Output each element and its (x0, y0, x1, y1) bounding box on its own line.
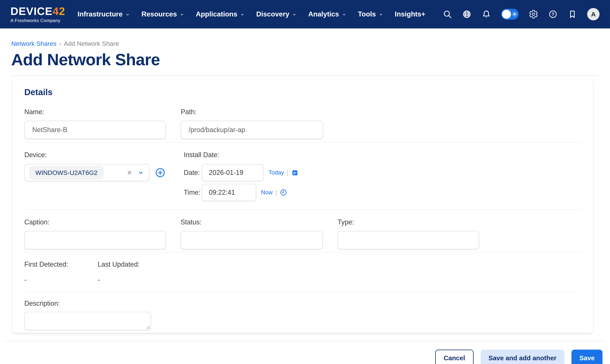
brand-logo[interactable]: DEVICE42 A Freshworks Company (11, 6, 65, 23)
menu-item-infrastructure[interactable]: Infrastructure (77, 10, 130, 18)
menu-item-applications[interactable]: Applications (196, 10, 245, 18)
clock-icon[interactable] (280, 189, 287, 196)
topbar-actions: ? A (443, 8, 599, 20)
date-row: Date: Today | (184, 164, 581, 181)
calendar-icon[interactable] (291, 169, 299, 176)
menu-label: Applications (196, 10, 237, 18)
today-link[interactable]: Today (268, 169, 284, 176)
description-textarea[interactable] (24, 312, 151, 330)
user-avatar[interactable]: A (587, 8, 599, 20)
menu-label: Tools (358, 10, 376, 18)
time-label: Time: (184, 189, 202, 196)
menu-item-insights[interactable]: Insights+ (395, 10, 425, 18)
chevron-down-icon (125, 12, 130, 17)
date-quick-actions: Today | (268, 169, 299, 176)
title-divider (11, 76, 599, 76)
status-input[interactable] (180, 231, 323, 249)
theme-toggle[interactable] (501, 9, 519, 20)
device-label: Device: (24, 151, 184, 159)
divider (24, 291, 581, 292)
row-name-path: Name: Path: (24, 108, 581, 139)
add-device-button[interactable] (155, 168, 166, 178)
first-detected-value: - (24, 276, 98, 284)
field-path: Path: (181, 108, 323, 139)
menu-label: Infrastructure (77, 10, 123, 18)
menu-item-tools[interactable]: Tools (358, 10, 383, 18)
breadcrumb-link-network-shares[interactable]: Network Shares (11, 40, 56, 47)
main-content: Network Shares › Add Network Share Add N… (0, 28, 610, 364)
divider (24, 209, 581, 210)
name-label: Name: (24, 108, 166, 116)
date-label: Date: (184, 169, 202, 177)
row-device-install: Device: WINDOWS-U2AT6G2 (24, 151, 581, 201)
chevron-down-icon (379, 12, 383, 17)
details-card: Details Name: Path: Device: WINDOWS-U2AT… (12, 78, 594, 333)
row-detected-updated: First Detected: - Last Updated: - (24, 260, 581, 284)
menu-label: Discovery (256, 10, 289, 18)
divider (24, 142, 581, 143)
field-name: Name: (24, 108, 166, 139)
caption-input[interactable] (24, 231, 166, 249)
footer-divider (5, 341, 605, 341)
section-title-details: Details (24, 87, 581, 97)
globe-icon[interactable] (462, 10, 471, 19)
description-label: Description: (24, 299, 581, 307)
date-input[interactable] (202, 164, 264, 181)
cancel-button[interactable]: Cancel (435, 350, 474, 364)
device-select[interactable]: WINDOWS-U2AT6G2 (24, 164, 149, 181)
main-menu: Infrastructure Resources Applications Di… (77, 10, 425, 18)
field-last-updated: Last Updated: - (98, 260, 171, 284)
search-icon[interactable] (443, 10, 452, 19)
quick-divider: | (287, 169, 288, 176)
bookmark-icon[interactable] (568, 10, 577, 19)
field-caption: Caption: (24, 218, 166, 249)
status-label: Status: (180, 218, 323, 226)
menu-item-analytics[interactable]: Analytics (308, 10, 346, 18)
breadcrumb: Network Shares › Add Network Share (11, 28, 599, 47)
svg-text:?: ? (552, 12, 555, 17)
menu-label: Resources (141, 10, 177, 18)
type-input[interactable] (338, 231, 479, 249)
chevron-down-icon (240, 12, 245, 17)
install-date-label: Install Date: (184, 151, 581, 159)
field-install-date: Install Date: Date: Today | (184, 151, 581, 201)
device-chip: WINDOWS-U2AT6G2 (29, 166, 103, 179)
settings-gear-icon[interactable] (529, 10, 538, 19)
chevron-down-icon (180, 12, 184, 17)
notifications-bell-icon[interactable] (482, 10, 491, 19)
clear-selection-icon[interactable] (126, 169, 133, 176)
top-navigation-bar: DEVICE42 A Freshworks Company Infrastruc… (0, 0, 610, 28)
quick-divider: | (276, 189, 277, 196)
sun-icon (512, 11, 518, 17)
form-actions: Cancel Save and add another Save (11, 350, 603, 364)
menu-item-resources[interactable]: Resources (141, 10, 184, 18)
caption-label: Caption: (24, 218, 166, 226)
page-title: Add Network Share (11, 51, 599, 68)
help-icon[interactable]: ? (548, 10, 558, 19)
path-input[interactable] (181, 121, 323, 139)
select-chevron-down-icon[interactable] (137, 169, 144, 176)
field-first-detected: First Detected: - (24, 260, 98, 284)
brand-wordmark: DEVICE42 (11, 6, 65, 17)
last-updated-label: Last Updated: (98, 260, 171, 268)
description-wrapper (24, 312, 151, 330)
row-caption-status-type: Caption: Status: Type: (24, 218, 581, 249)
field-device: Device: WINDOWS-U2AT6G2 (24, 151, 184, 201)
field-type: Type: (338, 218, 479, 249)
menu-item-discovery[interactable]: Discovery (256, 10, 297, 18)
toggle-knob (502, 10, 511, 19)
breadcrumb-current: Add Network Share (64, 40, 119, 47)
device-control-row: WINDOWS-U2AT6G2 (24, 164, 184, 181)
save-button[interactable]: Save (571, 350, 603, 364)
time-quick-actions: Now | (261, 189, 287, 196)
time-input[interactable] (202, 184, 256, 201)
name-input[interactable] (24, 121, 166, 139)
brand-accent: 42 (53, 5, 65, 17)
divider (24, 252, 581, 252)
chevron-down-icon (292, 12, 297, 17)
path-label: Path: (181, 108, 323, 116)
save-and-add-another-button[interactable]: Save and add another (481, 350, 565, 364)
first-detected-label: First Detected: (24, 260, 98, 268)
now-link[interactable]: Now (261, 189, 273, 196)
field-description: Description: (24, 299, 581, 330)
